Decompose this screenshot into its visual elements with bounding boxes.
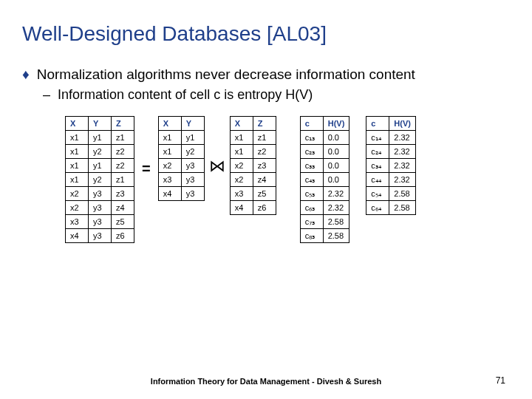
- tbody-XZ: x1z1x1z2x2z3x2z4x3z5x4z6: [230, 131, 276, 215]
- th: H(V): [389, 117, 416, 131]
- tbody-HV1: c₁₃0.0c₂₃0.0c₃₃0.0c₄₃0.0c₅₃2.32c₆₃2.32c₇…: [300, 131, 349, 243]
- cell: y3: [89, 187, 112, 201]
- th: Z: [253, 117, 276, 131]
- cell: 2.32: [389, 131, 416, 145]
- cell: 0.0: [323, 159, 349, 173]
- table-XY: X Y x1y1x1y2x2y3x3y3x4y3: [158, 116, 205, 201]
- cell: 2.58: [389, 187, 416, 201]
- cell: z4: [253, 173, 276, 187]
- cell: z6: [253, 201, 276, 215]
- table-row: x2y3z4: [66, 201, 134, 215]
- tbody-R: x1y1z1x1y2z2x1y1z2x1y2z1x2y3z3x2y3z4x3y3…: [66, 131, 134, 243]
- page-number: 71: [496, 375, 505, 386]
- cell: x1: [230, 131, 253, 145]
- table-row: c₆₄2.58: [366, 201, 416, 215]
- cell: x2: [230, 173, 253, 187]
- table-row: x4y3: [158, 187, 204, 201]
- cell: y2: [89, 145, 112, 159]
- table-row: x1y1z1: [66, 131, 134, 145]
- cell: 2.32: [323, 187, 349, 201]
- cell: x1: [158, 145, 181, 159]
- cell: c₅₃: [300, 187, 323, 201]
- table-row: x1z2: [230, 145, 276, 159]
- table-row: x4y3z6: [66, 229, 134, 243]
- cell: x2: [66, 201, 89, 215]
- table-row: x2y3z3: [66, 187, 134, 201]
- cell: x4: [158, 187, 181, 201]
- cell: x2: [66, 187, 89, 201]
- table-row: c₂₄2.32: [366, 145, 416, 159]
- table-row: x1y1z2: [66, 159, 134, 173]
- th: Y: [181, 117, 204, 131]
- cell: x2: [158, 159, 181, 173]
- cell: z5: [253, 187, 276, 201]
- cell: c₁₃: [300, 131, 323, 145]
- cell: z3: [253, 159, 276, 173]
- cell: y3: [89, 229, 112, 243]
- cell: y1: [89, 131, 112, 145]
- slide-title: Well-Designed Databases [AL03]: [0, 0, 532, 46]
- cell: y3: [89, 215, 112, 229]
- table-R: X Y Z x1y1z1x1y2z2x1y1z2x1y2z1x2y3z3x2y3…: [65, 116, 134, 243]
- table-row: c₂₃0.0: [300, 145, 349, 159]
- table-row: x3z5: [230, 187, 276, 201]
- tbody-XY: x1y1x1y2x2y3x3y3x4y3: [158, 131, 204, 201]
- cell: y3: [181, 173, 204, 187]
- table-row: c₅₄2.58: [366, 187, 416, 201]
- cell: 0.0: [323, 145, 349, 159]
- cell: z5: [112, 215, 134, 229]
- cell: 2.32: [323, 201, 349, 215]
- cell: x1: [230, 145, 253, 159]
- cell: c₃₄: [366, 159, 389, 173]
- cell: c₁₄: [366, 131, 389, 145]
- table-row: c₄₄2.32: [366, 173, 416, 187]
- cell: y3: [89, 201, 112, 215]
- cell: z2: [253, 145, 276, 159]
- footer: Information Theory for Data Management -…: [0, 377, 532, 386]
- table-row: c₅₃2.32: [300, 187, 349, 201]
- cell: c₂₄: [366, 145, 389, 159]
- cell: 2.32: [389, 159, 416, 173]
- cell: 0.0: [323, 173, 349, 187]
- table-row: x1y2: [158, 145, 204, 159]
- cell: z6: [112, 229, 134, 243]
- table-row: x4z6: [230, 201, 276, 215]
- th: H(V): [323, 117, 349, 131]
- bullet1-text: Normalization algorithms never decrease …: [37, 66, 415, 83]
- th: X: [158, 117, 181, 131]
- cell: x4: [230, 201, 253, 215]
- cell: x3: [230, 187, 253, 201]
- cell: z2: [112, 145, 134, 159]
- table-HV1: c H(V) c₁₃0.0c₂₃0.0c₃₃0.0c₄₃0.0c₅₃2.32c₆…: [300, 116, 350, 243]
- th: Z: [112, 117, 134, 131]
- table-HV2: c H(V) c₁₄2.32c₂₄2.32c₃₄2.32c₄₄2.32c₅₄2.…: [366, 116, 416, 215]
- cell: 2.58: [323, 215, 349, 229]
- cell: z2: [112, 159, 134, 173]
- cell: c₇₃: [300, 215, 323, 229]
- th: c: [366, 117, 389, 131]
- cell: c₅₄: [366, 187, 389, 201]
- cell: 2.32: [389, 173, 416, 187]
- cell: y3: [181, 187, 204, 201]
- cell: x2: [230, 159, 253, 173]
- cell: c₂₃: [300, 145, 323, 159]
- cell: x1: [66, 159, 89, 173]
- table-row: x2z3: [230, 159, 276, 173]
- bullet2-text: Information content of cell c is entropy…: [58, 87, 313, 103]
- table-row: x3y3z5: [66, 215, 134, 229]
- th: c: [300, 117, 323, 131]
- table-row: x3y3: [158, 173, 204, 187]
- tables-row: X Y Z x1y1z1x1y2z2x1y1z2x1y2z1x2y3z3x2y3…: [0, 103, 532, 243]
- table-row: c₄₃0.0: [300, 173, 349, 187]
- cell: 0.0: [323, 131, 349, 145]
- cell: z3: [112, 187, 134, 201]
- th: X: [66, 117, 89, 131]
- table-XZ: X Z x1z1x1z2x2z3x2z4x3z5x4z6: [230, 116, 276, 215]
- cell: x1: [158, 131, 181, 145]
- cell: x1: [66, 173, 89, 187]
- table-row: c₁₃0.0: [300, 131, 349, 145]
- cell: c₄₃: [300, 173, 323, 187]
- cell: y2: [181, 145, 204, 159]
- table-row: x2y3: [158, 159, 204, 173]
- th: Y: [89, 117, 112, 131]
